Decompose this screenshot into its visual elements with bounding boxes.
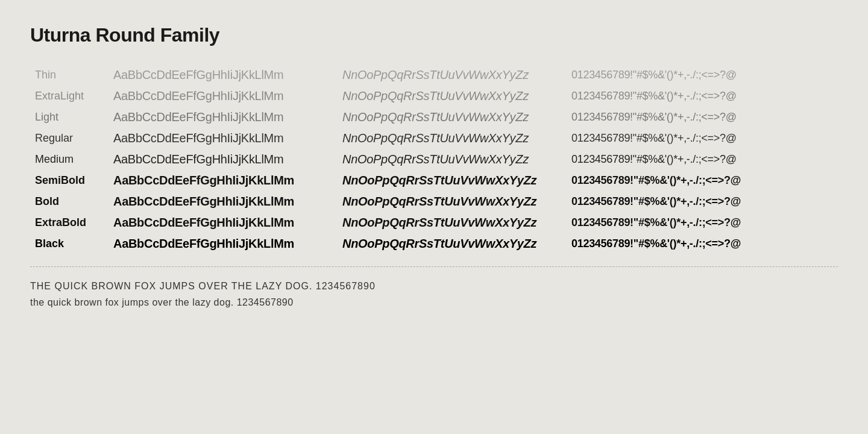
pangram-lowercase: the quick brown fox jumps over the lazy … [30,294,838,310]
font-row-thin: Thin AaBbCcDdEeFfGgHhIiJjKkLlMm NnOoPpQq… [30,64,838,86]
sample-numbers-black: 0123456789!"#$%&'()*+,-./:;<=>?@ [567,233,838,254]
sample-upright-medium: AaBbCcDdEeFfGgHhIiJjKkLlMm [108,149,338,170]
font-row-semibold: SemiBold AaBbCcDdEeFfGgHhIiJjKkLlMm NnOo… [30,170,838,191]
font-row-black: Black AaBbCcDdEeFfGgHhIiJjKkLlMm NnOoPpQ… [30,233,838,254]
sample-upright-light: AaBbCcDdEeFfGgHhIiJjKkLlMm [108,107,338,128]
font-row-extralight: ExtraLight AaBbCcDdEeFfGgHhIiJjKkLlMm Nn… [30,86,838,107]
weight-label-bold: Bold [30,191,108,212]
sample-upright-regular: AaBbCcDdEeFfGgHhIiJjKkLlMm [108,128,338,149]
sample-italic-light: NnOoPpQqRrSsTtUuVvWwXxYyZz [338,107,567,128]
sample-italic-black: NnOoPpQqRrSsTtUuVvWwXxYyZz [338,233,567,254]
font-row-light: Light AaBbCcDdEeFfGgHhIiJjKkLlMm NnOoPpQ… [30,107,838,128]
sample-numbers-regular: 0123456789!"#$%&'()*+,-./:;<=>?@ [567,128,838,149]
pangram-section: THE QUICK BROWN FOX JUMPS OVER THE LAZY … [30,278,838,310]
sample-numbers-medium: 0123456789!"#$%&'()*+,-./:;<=>?@ [567,149,838,170]
font-row-medium: Medium AaBbCcDdEeFfGgHhIiJjKkLlMm NnOoPp… [30,149,838,170]
font-row-bold: Bold AaBbCcDdEeFfGgHhIiJjKkLlMm NnOoPpQq… [30,191,838,212]
font-weights-table: Thin AaBbCcDdEeFfGgHhIiJjKkLlMm NnOoPpQq… [30,64,838,254]
weight-label-medium: Medium [30,149,108,170]
font-row-extrabold: ExtraBold AaBbCcDdEeFfGgHhIiJjKkLlMm NnO… [30,212,838,233]
weight-label-thin: Thin [30,64,108,86]
weight-label-extrabold: ExtraBold [30,212,108,233]
page-title: Uturna Round Family [30,24,838,46]
sample-italic-bold: NnOoPpQqRrSsTtUuVvWwXxYyZz [338,191,567,212]
sample-italic-extralight: NnOoPpQqRrSsTtUuVvWwXxYyZz [338,86,567,107]
sample-italic-extrabold: NnOoPpQqRrSsTtUuVvWwXxYyZz [338,212,567,233]
weight-label-light: Light [30,107,108,128]
weight-label-black: Black [30,233,108,254]
sample-upright-semibold: AaBbCcDdEeFfGgHhIiJjKkLlMm [108,170,338,191]
sample-italic-thin: NnOoPpQqRrSsTtUuVvWwXxYyZz [338,64,567,86]
section-divider [30,266,838,267]
sample-upright-bold: AaBbCcDdEeFfGgHhIiJjKkLlMm [108,191,338,212]
sample-numbers-bold: 0123456789!"#$%&'()*+,-./:;<=>?@ [567,191,838,212]
sample-numbers-extrabold: 0123456789!"#$%&'()*+,-./:;<=>?@ [567,212,838,233]
weight-label-semibold: SemiBold [30,170,108,191]
sample-upright-extralight: AaBbCcDdEeFfGgHhIiJjKkLlMm [108,86,338,107]
sample-upright-black: AaBbCcDdEeFfGgHhIiJjKkLlMm [108,233,338,254]
sample-italic-semibold: NnOoPpQqRrSsTtUuVvWwXxYyZz [338,170,567,191]
pangram-uppercase: THE QUICK BROWN FOX JUMPS OVER THE LAZY … [30,278,838,294]
sample-italic-medium: NnOoPpQqRrSsTtUuVvWwXxYyZz [338,149,567,170]
sample-upright-thin: AaBbCcDdEeFfGgHhIiJjKkLlMm [108,64,338,86]
sample-numbers-light: 0123456789!"#$%&'()*+,-./:;<=>?@ [567,107,838,128]
sample-numbers-thin: 0123456789!"#$%&'()*+,-./:;<=>?@ [567,64,838,86]
sample-numbers-extralight: 0123456789!"#$%&'()*+,-./:;<=>?@ [567,86,838,107]
weight-label-extralight: ExtraLight [30,86,108,107]
sample-italic-regular: NnOoPpQqRrSsTtUuVvWwXxYyZz [338,128,567,149]
font-row-regular: Regular AaBbCcDdEeFfGgHhIiJjKkLlMm NnOoP… [30,128,838,149]
sample-upright-extrabold: AaBbCcDdEeFfGgHhIiJjKkLlMm [108,212,338,233]
weight-label-regular: Regular [30,128,108,149]
sample-numbers-semibold: 0123456789!"#$%&'()*+,-./:;<=>?@ [567,170,838,191]
